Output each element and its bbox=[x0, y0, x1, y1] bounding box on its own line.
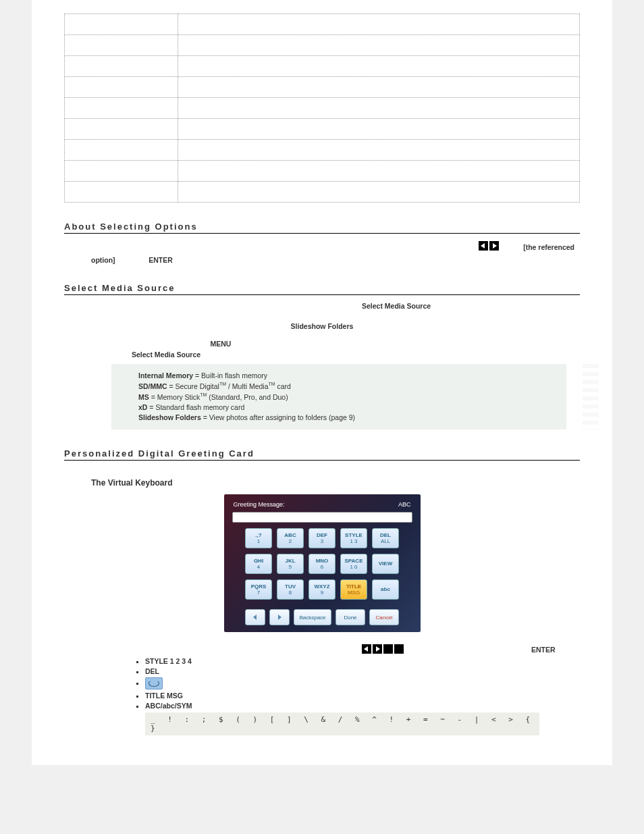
vk-key: MNO6 bbox=[308, 554, 336, 574]
heading-sms: Select Media Source bbox=[64, 283, 580, 295]
vk-key: TUV8 bbox=[277, 579, 304, 600]
vk-key: GHI4 bbox=[245, 554, 272, 574]
symbol-row: _ ! : ; $ ( ) [ ] \ & / % ^ ! + = ~ - | … bbox=[145, 712, 539, 735]
vk-key: JKL5 bbox=[277, 554, 304, 574]
vk-key: STYLE1 3 bbox=[340, 528, 367, 548]
vk-key: abc bbox=[372, 579, 399, 600]
about-line2: option] ENTER bbox=[91, 256, 580, 264]
keyboard-bullet-list: ENTER STYLE 1 2 3 4 DEL TITLE MSG ABC/ab… bbox=[145, 644, 580, 710]
menu-label: MENU bbox=[64, 340, 580, 348]
vk-key: VIEW bbox=[372, 554, 399, 574]
vk-key: SPACE1 0 bbox=[340, 554, 367, 574]
select-media-source-label: Select Media Source bbox=[132, 350, 580, 359]
heading-about: About Selecting Options bbox=[64, 221, 580, 234]
heading-pdg: Personalized Digital Greeting Card bbox=[64, 448, 580, 461]
bullet-style: STYLE 1 2 3 4 bbox=[145, 657, 580, 665]
bullet-abc: ABC/abc/SYM bbox=[145, 702, 580, 710]
vk-backspace: Backspace bbox=[294, 609, 331, 625]
vk-done: Done bbox=[336, 609, 365, 625]
reference-table bbox=[64, 14, 580, 203]
vk-right-icon bbox=[269, 609, 290, 625]
virtual-keyboard-heading: The Virtual Keyboard bbox=[91, 478, 580, 488]
vk-key: .,?1 bbox=[245, 528, 272, 548]
vk-key: ABC2 bbox=[277, 528, 304, 548]
bullet-arrows: ENTER bbox=[145, 644, 580, 655]
vk-key: DELALL bbox=[372, 528, 399, 548]
dpad-icons bbox=[361, 644, 404, 655]
sms-bold: Select Media Source bbox=[64, 302, 580, 310]
loop-icon bbox=[145, 677, 163, 689]
vk-key: WXYZ9 bbox=[308, 579, 336, 600]
virtual-keyboard-image: Greeting Message: ABC .,?1ABC2DEF3STYLE1… bbox=[224, 494, 421, 632]
about-line1: [the referenced bbox=[64, 239, 580, 256]
bullet-title: TITLE MSG bbox=[145, 692, 580, 700]
vk-mode-label: ABC bbox=[398, 501, 411, 508]
bullet-del: DEL bbox=[145, 667, 580, 675]
slideshow-folders-label: Slideshow Folders bbox=[64, 322, 580, 330]
left-right-icons bbox=[478, 240, 500, 256]
vk-key: PQRS7 bbox=[245, 579, 272, 600]
vk-left-icon bbox=[245, 609, 265, 625]
vk-key: TITLEMSG bbox=[340, 579, 367, 600]
media-source-note: Internal Memory = Built-in flash memory … bbox=[111, 364, 566, 429]
vk-input bbox=[232, 512, 412, 523]
vk-key: DEF3 bbox=[308, 528, 336, 548]
vk-greeting-label: Greeting Message: bbox=[234, 501, 285, 508]
bullet-loop bbox=[145, 677, 580, 689]
vk-cancel: Cancel bbox=[369, 609, 399, 625]
